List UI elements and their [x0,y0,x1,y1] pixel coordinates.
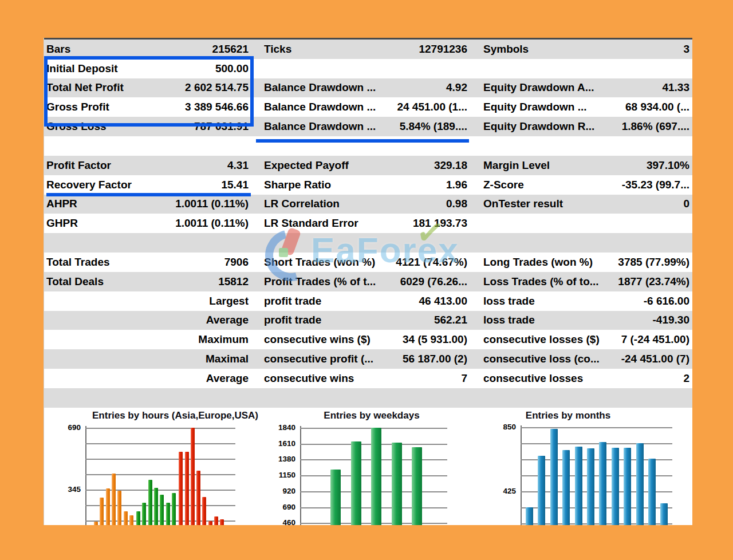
chart-y-tick: 345 [57,485,81,494]
stat-label: profit trade [264,314,321,326]
stat-label: LR Correlation [264,198,340,210]
chart-gridline [300,523,447,524]
stats-row: GHPR1.0011 (0.11%)LR Standard Error181 1… [44,214,692,233]
chart-bar [392,443,402,525]
chart-gridline [85,490,235,491]
stat-value: Largest [209,295,249,307]
stat-cell: Loss Trades (% of to...1877 (23.74%) [483,275,689,288]
stat-cell: Profit Factor4.31 [46,159,249,172]
stat-label: Symbols [483,43,529,56]
stat-value: 562.21 [434,314,467,326]
chart-gridline [85,459,235,460]
stat-cell: Largest [46,295,249,307]
chart-y-tick: 460 [271,518,295,525]
stat-cell: Equity Drawdown ...68 934.00 (... [483,101,689,113]
chart-gridline [85,505,235,506]
stat-label: Sharpe Ratio [264,179,331,191]
stats-row: Averageprofit trade562.21loss trade-419.… [44,311,692,330]
spacer-row [44,233,692,253]
chart-bar [106,488,110,525]
stat-label: OnTester result [483,198,563,210]
stat-cell: consecutive profit (...56 187.00 (2) [264,353,467,365]
chart-gridline [85,474,235,475]
chart-y-axis [85,426,86,525]
chart-y-tick: 425 [492,487,516,495]
stat-cell: Equity Drawdown A...41.33 [483,81,689,94]
stat-cell: Total Trades7906 [46,256,249,269]
stat-label: consecutive profit (... [264,353,373,365]
stat-value: 397.10% [647,159,689,172]
stat-cell: Bars215621 [46,43,249,56]
screenshot-canvas: Bars215621Ticks12791236Symbols3Initial D… [0,0,733,560]
stat-label: Profit Trades (% of t... [264,275,376,288]
chart-bar [160,495,164,525]
stat-label: consecutive losses [483,372,583,385]
stat-label: Expected Payoff [264,159,349,172]
chart-bar [148,480,152,525]
stat-value: Maximum [198,333,249,346]
stat-label: consecutive wins [264,372,354,385]
stat-value: 0.98 [446,198,467,210]
chart-bar [587,448,594,525]
stat-value: 6029 (76.26... [400,275,467,288]
stat-value: 7 [461,372,467,385]
stat-value: 7906 [224,256,249,269]
chart-bar [166,503,170,525]
stat-cell: Average [46,314,249,326]
stat-value: 4121 (74.67%) [396,256,467,269]
chart-bar [648,459,656,525]
chart-bar [371,428,381,525]
stat-label: Loss Trades (% of to... [483,275,599,288]
stat-value: 7 (-24 451.00) [621,333,689,346]
chart-gridline [85,428,235,429]
stat-value: 329.18 [434,159,467,172]
chart-bar [214,516,218,525]
stat-cell: Short Trades (won %)4121 (74.67%) [264,256,467,269]
chart-y-tick: 1840 [271,423,295,432]
stat-value: 1877 (23.74%) [618,275,689,288]
stat-label: Balance Drawdown ... [264,120,376,133]
chart-bar [129,515,133,525]
stat-label: Short Trades (won %) [264,256,375,269]
stat-label: Margin Level [483,159,550,172]
chart-bar [112,474,116,525]
stat-label: GHPR [46,217,78,230]
stat-cell: consecutive wins7 [264,372,467,385]
chart-y-tick: 690 [271,503,295,511]
stat-value: 68 934.00 (... [625,101,689,113]
chart-gridline [85,443,235,444]
stat-cell: Long Trades (won %)3785 (77.99%) [483,256,689,269]
stat-label: Equity Drawdown ... [483,101,587,113]
stat-cell: Maximum [46,333,249,346]
chart-bar [117,491,121,525]
stat-cell: Margin Level397.10% [483,159,689,172]
stat-label: Recovery Factor [46,179,132,191]
stat-value: 2 [683,372,689,385]
annotation-underline-recovery-factor [46,193,251,196]
chart-gridline [521,459,672,460]
stats-row: Total Trades7906Short Trades (won %)4121… [44,253,692,272]
stat-cell: AHPR1.0011 (0.11%) [46,198,249,210]
chart-bar [550,429,558,525]
stat-value: 181 193.73 [413,217,467,230]
chart-bar [660,503,668,525]
stat-value: Average [206,314,249,326]
chart-gridline [521,475,672,476]
chart-bar [562,450,570,525]
stat-value: 215621 [212,43,249,56]
stat-value: -419.30 [653,314,689,326]
chart-bar [136,511,140,525]
stat-value: Maximal [206,353,249,365]
stat-label: Long Trades (won %) [483,256,593,269]
chart-gridline [300,491,447,492]
chart-bar [179,452,183,525]
stat-value: 15.41 [221,179,249,191]
stat-value: 15812 [218,275,249,288]
chart-bar [124,511,128,525]
chart-bar [94,522,98,525]
stat-value: 12791236 [419,43,467,56]
stats-row: Maximalconsecutive profit (...56 187.00 … [44,349,692,369]
stat-label: consecutive wins ($) [264,333,371,346]
stat-label: loss trade [483,295,535,307]
stat-cell: Ticks12791236 [264,43,467,56]
